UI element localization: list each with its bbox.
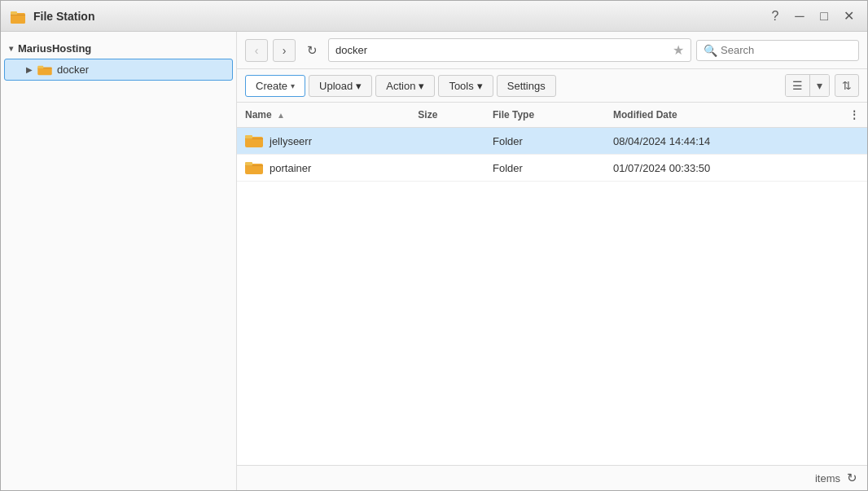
status-refresh-button[interactable]: ↻ (847, 471, 857, 485)
cell-file-type: Folder (484, 155, 605, 182)
folder-icon-small (37, 64, 52, 76)
action-dropdown-icon: ▾ (419, 80, 424, 92)
svg-rect-5 (245, 135, 252, 139)
view-dropdown-button[interactable]: ▾ (810, 75, 829, 96)
cell-more (841, 128, 867, 155)
tools-button[interactable]: Tools ▾ (438, 75, 493, 97)
settings-button[interactable]: Settings (497, 75, 556, 97)
minimize-button[interactable]: ─ (789, 6, 810, 27)
sidebar-item-docker[interactable]: ▶ docker (4, 59, 233, 81)
cell-name: jellyseerr (237, 128, 410, 155)
back-button[interactable]: ‹ (245, 39, 268, 62)
sort-button[interactable]: ⇅ (835, 74, 859, 97)
col-file-type[interactable]: File Type (484, 103, 605, 128)
sidebar: ▾ MariusHosting ▶ docker (1, 32, 237, 490)
svg-rect-1 (11, 11, 17, 15)
path-bar: docker ★ (328, 38, 691, 62)
action-button[interactable]: Action ▾ (375, 75, 435, 97)
file-table-body: jellyseerr Folder 08/04/2024 14:44:14 po… (237, 128, 867, 182)
nav-bar: ‹ › ↻ docker ★ 🔍 (237, 32, 867, 69)
action-label: Action (386, 80, 415, 92)
help-button[interactable]: ? (765, 6, 786, 27)
search-icon: 🔍 (704, 44, 717, 57)
cell-more (841, 155, 867, 182)
table-row[interactable]: portainer Folder 01/07/2024 00:33:50 (237, 155, 867, 182)
cell-size (410, 128, 484, 155)
folder-icon (245, 134, 263, 148)
upload-dropdown-icon: ▾ (356, 80, 362, 92)
tools-dropdown-icon: ▾ (477, 80, 483, 92)
host-chevron-icon: ▾ (9, 44, 13, 53)
sidebar-host[interactable]: ▾ MariusHosting (1, 38, 236, 59)
items-label: items (815, 472, 840, 484)
app-title: File Station (33, 10, 765, 23)
col-more[interactable]: ⋮ (841, 103, 867, 128)
cell-file-type: Folder (484, 128, 605, 155)
view-buttons: ☰ ▾ (785, 74, 830, 97)
tools-label: Tools (449, 80, 473, 92)
folder-chevron-icon: ▶ (26, 65, 33, 74)
current-path: docker (335, 44, 367, 56)
toolbar: Create ▾ Upload ▾ Action ▾ Tools ▾ Setti… (237, 69, 867, 103)
table-header-row: Name ▲ Size File Type Modified Date (237, 103, 867, 128)
cell-modified-date: 01/07/2024 00:33:50 (605, 155, 841, 182)
nav-refresh-button[interactable]: ↻ (300, 39, 323, 62)
sidebar-host-label: MariusHosting (18, 42, 91, 55)
window-controls: ? ─ □ ✕ (765, 6, 859, 27)
col-name[interactable]: Name ▲ (237, 103, 410, 128)
favorite-button[interactable]: ★ (673, 42, 684, 58)
file-table: Name ▲ Size File Type Modified Date (237, 103, 867, 182)
upload-button[interactable]: Upload ▾ (309, 75, 372, 97)
right-panel: ‹ › ↻ docker ★ 🔍 Create ▾ U (237, 32, 867, 490)
col-modified-date[interactable]: Modified Date (605, 103, 841, 128)
svg-rect-7 (245, 162, 252, 166)
settings-label: Settings (507, 80, 546, 92)
create-label: Create (256, 80, 287, 92)
sidebar-docker-label: docker (57, 64, 89, 76)
titlebar: File Station ? ─ □ ✕ (1, 1, 867, 32)
close-button[interactable]: ✕ (838, 6, 859, 27)
create-dropdown-icon: ▾ (291, 81, 295, 90)
search-box[interactable]: 🔍 (696, 40, 859, 61)
cell-size (410, 155, 484, 182)
upload-label: Upload (319, 80, 353, 92)
status-bar: items ↻ (237, 465, 867, 490)
create-button[interactable]: Create ▾ (245, 75, 305, 97)
main-content: ▾ MariusHosting ▶ docker ‹ › ↻ (1, 32, 867, 490)
cell-modified-date: 08/04/2024 14:44:14 (605, 128, 841, 155)
maximize-button[interactable]: □ (813, 6, 835, 27)
folder-icon (245, 160, 263, 175)
app-window: File Station ? ─ □ ✕ ▾ MariusHosting ▶ d… (0, 0, 868, 491)
col-size[interactable]: Size (410, 103, 484, 128)
app-icon (9, 7, 27, 25)
name-sort-icon: ▲ (277, 111, 285, 120)
forward-button[interactable]: › (273, 39, 296, 62)
svg-rect-3 (37, 65, 43, 68)
list-view-button[interactable]: ☰ (786, 75, 810, 96)
table-row[interactable]: jellyseerr Folder 08/04/2024 14:44:14 (237, 128, 867, 155)
file-table-area: Name ▲ Size File Type Modified Date (237, 103, 867, 465)
search-input[interactable] (721, 44, 852, 56)
cell-name: portainer (237, 155, 410, 182)
